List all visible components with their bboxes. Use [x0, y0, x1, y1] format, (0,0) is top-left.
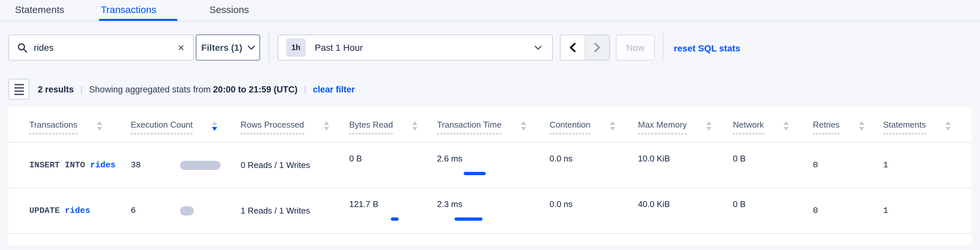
- execution-count-bar: [180, 206, 194, 215]
- transaction-time-cell: 2.3 ms: [437, 188, 549, 233]
- sql-activity-page: Statements Transactions Sessions ✕ Filte…: [0, 0, 980, 250]
- filters-button[interactable]: Filters (1): [196, 35, 260, 61]
- search-input[interactable]: [34, 42, 169, 53]
- retries-cell: 0: [813, 188, 883, 233]
- column-header-rows-processed[interactable]: Rows Processed: [240, 120, 349, 142]
- showing-stats-text: Showing aggregated stats from: [89, 85, 211, 95]
- next-time-button[interactable]: [585, 35, 609, 60]
- sort-arrows-icon: [521, 121, 526, 131]
- execution-count-bar: [180, 160, 220, 170]
- statements-cell: 1: [883, 188, 972, 233]
- retries-cell: 0: [813, 143, 883, 188]
- stddev-bar: [464, 172, 486, 175]
- transaction-cell: INSERT INTO rides: [29, 143, 131, 188]
- toolbar-divider: [269, 32, 269, 63]
- sort-arrows-icon: [97, 121, 102, 131]
- statements-cell: 1: [883, 143, 972, 188]
- bytes-read-cell: 121.7 B: [349, 188, 437, 233]
- tab-statements[interactable]: Statements: [15, 4, 64, 15]
- sql-keyword: INSERT INTO: [29, 160, 85, 170]
- network-cell: 0 B: [733, 143, 813, 188]
- sort-arrows-icon: [945, 121, 951, 131]
- bytes-read-value: 121.7 B: [349, 199, 428, 210]
- sql-keyword: UPDATE: [29, 206, 60, 215]
- toolbar-divider: [663, 33, 663, 62]
- bytes-read-cell: 0 B: [349, 143, 437, 188]
- search-box[interactable]: ✕: [8, 35, 194, 61]
- previous-time-button[interactable]: [560, 35, 585, 60]
- execution-count-cell: 6: [131, 188, 240, 233]
- sort-arrows-icon: [859, 121, 864, 131]
- sort-arrows-icon: [323, 121, 329, 131]
- network-cell: 0 B: [733, 188, 813, 233]
- column-header-retries[interactable]: Retries: [813, 120, 883, 142]
- max-memory-value: 10.0 KiB: [638, 153, 724, 165]
- column-header-transactions[interactable]: Transactions: [29, 120, 131, 142]
- reset-sql-stats-link[interactable]: reset SQL stats: [674, 43, 740, 53]
- time-span-text: 20:00 to 21:59 (UTC): [213, 85, 298, 95]
- max-memory-cell: 10.0 KiB: [638, 143, 733, 188]
- column-selector-button[interactable]: [8, 79, 29, 99]
- column-header-transaction-time[interactable]: Transaction Time: [437, 120, 549, 142]
- chevron-down-icon: [535, 45, 542, 50]
- stddev-bar: [391, 218, 399, 221]
- tab-sessions[interactable]: Sessions: [209, 4, 249, 15]
- separator: |: [80, 85, 83, 95]
- search-icon: [18, 43, 27, 53]
- time-nav-arrows: [560, 35, 610, 61]
- max-memory-cell: 40.0 KiB: [638, 188, 733, 233]
- contention-cell: 0.0 ns: [549, 143, 638, 188]
- transaction-time-value: 2.6 ms: [437, 153, 540, 165]
- time-range-label: Past 1 Hour: [315, 42, 363, 53]
- contention-cell: 0.0 ns: [549, 188, 638, 233]
- stddev-bar: [455, 218, 482, 221]
- results-summary: 2 results|Showing aggregated stats from …: [38, 85, 355, 95]
- results-count: 2 results: [38, 85, 74, 95]
- transactions-table: Transactions Execution Count Rows Proces…: [8, 107, 972, 245]
- clear-filter-link[interactable]: clear filter: [313, 85, 355, 95]
- rows-processed-cell: 1 Reads / 1 Writes: [240, 188, 349, 233]
- chevron-right-icon: [594, 43, 600, 52]
- list-icon: [14, 84, 24, 95]
- transaction-cell: UPDATE rides: [29, 188, 131, 233]
- rows-processed-cell: 0 Reads / 1 Writes: [240, 143, 349, 188]
- execution-count-value: 6: [131, 206, 180, 215]
- tab-transactions[interactable]: Transactions: [101, 4, 156, 15]
- column-header-network[interactable]: Network: [733, 120, 813, 142]
- tab-bar-divider: [0, 21, 980, 21]
- execution-count-value: 38: [131, 160, 180, 170]
- table-row: UPDATE rides 6 1 Reads / 1 Writes 121.7 …: [8, 188, 972, 234]
- chevron-left-icon: [570, 43, 576, 52]
- chevron-down-icon: [247, 45, 255, 50]
- transaction-time-value: 2.3 ms: [437, 199, 540, 210]
- time-range-badge: 1h: [286, 38, 305, 57]
- filters-button-label: Filters (1): [201, 42, 242, 53]
- transaction-time-cell: 2.6 ms: [437, 143, 549, 188]
- transaction-fingerprint-link[interactable]: rides: [90, 160, 115, 170]
- column-header-contention[interactable]: Contention: [549, 120, 638, 142]
- table-header-row: Transactions Execution Count Rows Proces…: [8, 107, 972, 143]
- bytes-read-value: 0 B: [349, 153, 428, 165]
- separator: |: [304, 85, 306, 95]
- sort-arrows-icon: [212, 121, 218, 131]
- clear-search-icon[interactable]: ✕: [178, 43, 185, 52]
- column-header-execution-count[interactable]: Execution Count: [131, 120, 240, 142]
- now-button[interactable]: Now: [616, 35, 655, 61]
- column-header-bytes-read[interactable]: Bytes Read: [349, 120, 437, 142]
- sort-arrows-icon: [783, 121, 789, 131]
- column-header-max-memory[interactable]: Max Memory: [638, 120, 733, 142]
- sort-arrows-icon: [412, 121, 417, 131]
- execution-count-cell: 38: [131, 143, 240, 188]
- sort-arrows-icon: [610, 121, 615, 131]
- time-range-picker[interactable]: 1h Past 1 Hour: [278, 35, 553, 61]
- transaction-fingerprint-link[interactable]: rides: [65, 206, 90, 215]
- table-row: INSERT INTO rides 38 0 Reads / 1 Writes …: [8, 143, 972, 188]
- column-header-statements[interactable]: Statements: [883, 120, 972, 142]
- sort-arrows-icon: [706, 121, 711, 131]
- max-memory-value: 40.0 KiB: [638, 199, 724, 210]
